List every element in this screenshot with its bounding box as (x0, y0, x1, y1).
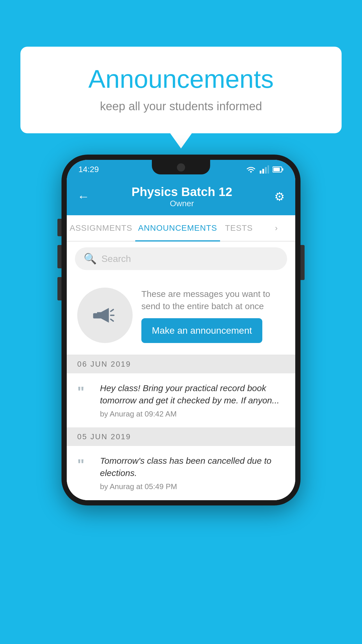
svg-marker-8 (97, 308, 109, 323)
bubble-subtitle: keep all your students informed (44, 100, 318, 113)
tab-more[interactable]: › (258, 215, 295, 241)
svg-rect-9 (93, 313, 98, 318)
side-button-2 (57, 245, 61, 268)
app-bar-title: Physics Batch 12 (131, 185, 232, 199)
wifi-icon (246, 165, 256, 174)
phone-screen: 14:29 (67, 160, 295, 500)
svg-rect-6 (282, 168, 283, 171)
status-time: 14:29 (78, 165, 99, 174)
announcement-content-2: Tomorrow's class has been cancelled due … (100, 455, 285, 491)
announcement-item-1[interactable]: " Hey class! Bring your practical record… (67, 373, 295, 428)
tab-announcements[interactable]: ANNOUNCEMENTS (135, 215, 220, 241)
phone-outer: 14:29 (61, 155, 301, 505)
svg-marker-0 (250, 171, 252, 173)
search-placeholder: Search (101, 253, 131, 264)
app-bar: ← Physics Batch 12 Owner ⚙ (67, 179, 295, 215)
announcement-meta-2: by Anurag at 05:49 PM (100, 482, 285, 491)
announcement-icon-circle (77, 288, 133, 343)
svg-rect-1 (260, 171, 261, 174)
back-button[interactable]: ← (77, 190, 89, 204)
date-divider-1: 06 JUN 2019 (67, 355, 295, 373)
side-button-right (301, 245, 305, 280)
tab-assignments[interactable]: ASSIGNMENTS (67, 215, 135, 241)
make-announcement-button[interactable]: Make an announcement (141, 318, 262, 343)
megaphone-icon (92, 302, 118, 328)
svg-line-10 (111, 309, 113, 311)
signal-icon (260, 165, 269, 174)
promo-right: These are messages you want to send to t… (141, 288, 285, 343)
date-divider-2: 05 JUN 2019 (67, 428, 295, 446)
announcement-text-2: Tomorrow's class has been cancelled due … (100, 455, 285, 479)
side-button-3 (57, 277, 61, 300)
tab-tests[interactable]: TESTS (220, 215, 258, 241)
status-icons (246, 165, 284, 174)
announcement-content-1: Hey class! Bring your practical record b… (100, 382, 285, 419)
tabs-bar: ASSIGNMENTS ANNOUNCEMENTS TESTS › (67, 215, 295, 242)
svg-rect-2 (262, 169, 264, 174)
bubble-title: Announcements (44, 64, 318, 94)
quote-icon-1: " (77, 384, 92, 400)
speech-bubble-section: Announcements keep all your students inf… (20, 47, 342, 133)
search-icon: 🔍 (84, 253, 97, 265)
speech-bubble: Announcements keep all your students inf… (20, 47, 342, 133)
quote-icon-2: " (77, 457, 92, 472)
svg-rect-3 (265, 167, 267, 174)
phone-mockup: 14:29 (61, 155, 301, 505)
search-container: 🔍 Search (67, 242, 295, 276)
battery-icon (273, 166, 284, 173)
svg-rect-4 (268, 165, 269, 174)
search-box[interactable]: 🔍 Search (75, 247, 287, 270)
announcement-meta-1: by Anurag at 09:42 AM (100, 410, 285, 419)
svg-rect-7 (273, 168, 280, 171)
app-bar-subtitle: Owner (131, 199, 232, 208)
app-bar-center: Physics Batch 12 Owner (131, 185, 232, 208)
promo-description: These are messages you want to send to t… (141, 288, 285, 312)
promo-section: These are messages you want to send to t… (67, 276, 295, 355)
svg-line-12 (111, 319, 113, 321)
announcement-item-2[interactable]: " Tomorrow's class has been cancelled du… (67, 446, 295, 500)
side-button-1 (57, 219, 61, 236)
announcement-text-1: Hey class! Bring your practical record b… (100, 382, 285, 407)
phone-camera (177, 163, 185, 172)
settings-icon[interactable]: ⚙ (274, 190, 285, 203)
